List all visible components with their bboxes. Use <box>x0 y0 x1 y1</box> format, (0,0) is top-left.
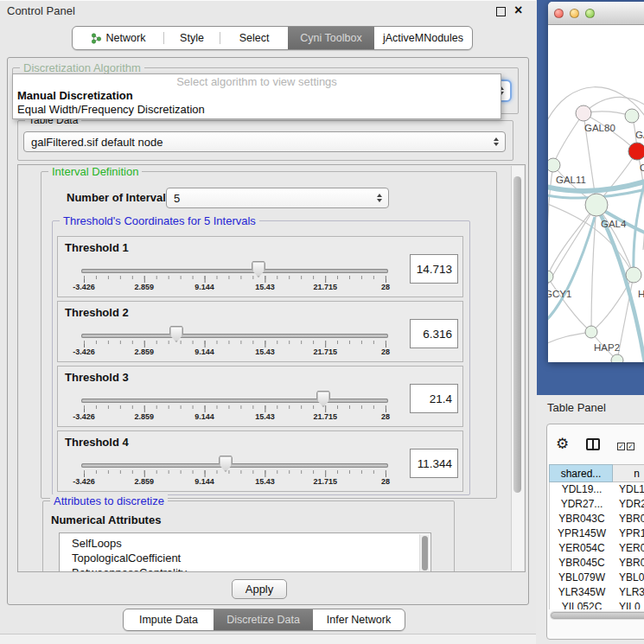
cell: YDR27... <box>550 497 614 512</box>
node-label-c: C <box>640 163 644 173</box>
table-data-combobox[interactable]: galFiltered.sif default node <box>23 131 506 152</box>
settings-vertical-scrollbar[interactable] <box>511 166 524 571</box>
interval-definition-group-title: Interval Definition <box>48 165 142 178</box>
tick-label: 15.43 <box>255 348 275 356</box>
tick-label: 21.715 <box>313 412 337 421</box>
threshold-4-slider-track[interactable] <box>81 463 388 468</box>
tick-label: 28 <box>381 283 390 291</box>
threshold-4-value-field[interactable]: 11.344 <box>410 449 458 478</box>
tab-discretize-data[interactable]: Discretize Data <box>214 609 313 630</box>
table-row[interactable]: YPR145W YPR1 <box>550 526 644 541</box>
cell: YDR2 <box>614 497 644 512</box>
algorithm-option-manual[interactable]: Manual Discretization <box>13 89 501 103</box>
threshold-1-label: Threshold 1 <box>65 241 129 254</box>
node-label-gal4: GAL4 <box>601 219 627 229</box>
close-window-icon[interactable] <box>554 9 564 18</box>
tab-infer-network[interactable]: Infer Network <box>313 609 405 630</box>
tab-style[interactable]: Style <box>164 27 220 49</box>
close-panel-icon[interactable]: × <box>514 2 522 19</box>
cell: YDL1 <box>614 482 644 497</box>
scrollbar-thumb[interactable] <box>551 612 644 619</box>
scrollbar-thumb[interactable] <box>513 176 521 493</box>
list-item[interactable]: BetweennessCentrality <box>60 565 430 572</box>
cell: YLR3 <box>614 585 644 600</box>
algorithm-hint-item[interactable]: Select algorithm to view settings <box>13 74 501 89</box>
tick-label: 28 <box>381 348 390 356</box>
tab-jactivemnodules[interactable]: jActiveMNodules <box>374 27 472 49</box>
table-row[interactable]: YER054C YER0 <box>550 541 644 556</box>
numerical-attributes-label: Numerical Attributes <box>51 513 161 526</box>
cell: YER0 <box>614 541 644 556</box>
table-panel-card: ⚙ ✓ ✓ shared... n YDL19... YDL1 YDR27...… <box>546 424 644 640</box>
tick-label: 15.43 <box>255 283 275 291</box>
tab-style-label: Style <box>180 32 204 44</box>
cell: YPR1 <box>614 526 644 541</box>
tick-label: 2.859 <box>135 348 155 356</box>
checkbox-icon[interactable]: ✓ <box>627 443 634 450</box>
tick-label: 9.144 <box>194 477 214 486</box>
cell: YBR0 <box>614 512 644 526</box>
tab-cyni-toolbox[interactable]: Cyni Toolbox <box>288 27 374 49</box>
tab-network[interactable]: Network <box>73 27 163 49</box>
tab-impute-data[interactable]: Impute Data <box>124 609 214 630</box>
column-header-name[interactable]: n <box>613 464 644 482</box>
checkbox-icon[interactable]: ✓ <box>617 443 625 450</box>
gear-icon[interactable]: ⚙ <box>556 435 569 452</box>
list-scrollbar[interactable] <box>419 534 430 572</box>
attributes-group: Attributes to discretize Numerical Attri… <box>42 501 455 572</box>
table-row[interactable]: YLR345W YLR3 <box>550 585 644 600</box>
threshold-3-label: Threshold 3 <box>65 371 129 384</box>
threshold-2-slider-track[interactable] <box>81 334 388 338</box>
threshold-1-slider-track[interactable] <box>81 269 388 273</box>
cell: YIL052C <box>550 600 614 609</box>
number-of-intervals-combobox[interactable]: 5 <box>166 188 389 208</box>
numerical-attributes-list[interactable]: SelfLoops TopologicalCoefficient Between… <box>59 532 431 572</box>
tick-label: 2.859 <box>135 283 155 291</box>
tick-label: 9.144 <box>194 412 214 421</box>
node-label-gcy1: GCY1 <box>548 289 571 299</box>
table-row[interactable]: YBL079W YBL0 <box>550 571 644 585</box>
table-horizontal-scrollbar[interactable] <box>550 611 644 620</box>
table-header-row: shared... n <box>549 464 644 482</box>
bottom-strip <box>0 634 536 644</box>
table-row[interactable]: YBR045C YBR0 <box>550 556 644 571</box>
float-panel-icon[interactable] <box>496 7 506 16</box>
tick-label: 15.43 <box>255 412 275 421</box>
zoom-window-icon[interactable] <box>585 9 595 18</box>
minimize-window-icon[interactable] <box>570 9 579 18</box>
table-body: YDL19... YDL1 YDR27... YDR2 YBR043C YBR0… <box>549 482 644 609</box>
tick-label: 28 <box>381 477 390 486</box>
table-panel-title: Table Panel <box>547 401 606 414</box>
threshold-2-value-field[interactable]: 6.316 <box>410 319 458 348</box>
table-row[interactable]: YBR043C YBR0 <box>550 512 644 526</box>
table-row[interactable]: YDL19... YDL1 <box>550 482 644 497</box>
list-item[interactable]: SelfLoops <box>60 533 430 551</box>
threshold-2-panel: Threshold 2 -3.426 2.859 9.144 15.43 21.… <box>57 301 463 362</box>
tab-cyni-toolbox-label: Cyni Toolbox <box>300 32 361 44</box>
threshold-3-value-field[interactable]: 21.4 <box>410 384 458 413</box>
cell: YPR145W <box>550 526 614 541</box>
columns-icon[interactable] <box>586 438 600 450</box>
list-item[interactable]: TopologicalCoefficient <box>60 551 430 565</box>
cell: YBL079W <box>550 571 614 585</box>
node-label-gal80: GAL80 <box>584 123 615 133</box>
tab-select[interactable]: Select <box>220 27 288 49</box>
apply-button[interactable]: Apply <box>232 579 287 599</box>
network-window-titlebar[interactable] <box>548 2 644 25</box>
algorithm-option-equal-width[interactable]: Equal Width/Frequency Discretization <box>13 103 501 117</box>
network-view-window[interactable]: GAL80 GA C GAL11 GAL4 GCY1 H HAP2 <box>548 2 644 362</box>
network-canvas[interactable]: GAL80 GA C GAL11 GAL4 GCY1 H HAP2 <box>548 25 644 362</box>
cell: YBR043C <box>550 512 614 526</box>
tick-label: 28 <box>381 412 390 421</box>
threshold-3-slider-track[interactable] <box>81 399 388 403</box>
threshold-1-value-field[interactable]: 14.713 <box>410 254 458 284</box>
number-of-intervals-value: 5 <box>174 192 180 205</box>
tab-select-label: Select <box>239 32 270 44</box>
table-row[interactable]: YDR27... YDR2 <box>550 497 644 512</box>
column-header-shared-name[interactable]: shared... <box>549 464 613 482</box>
tab-discretize-data-label: Discretize Data <box>226 614 300 626</box>
thresholds-group: Threshold's Coordinates for 5 Intervals … <box>52 220 470 495</box>
number-of-intervals-label: Number of Intervals <box>67 191 172 204</box>
table-row[interactable]: YIL052C YIL0 <box>550 600 644 609</box>
table-data-selected-value: galFiltered.sif default node <box>31 136 163 149</box>
